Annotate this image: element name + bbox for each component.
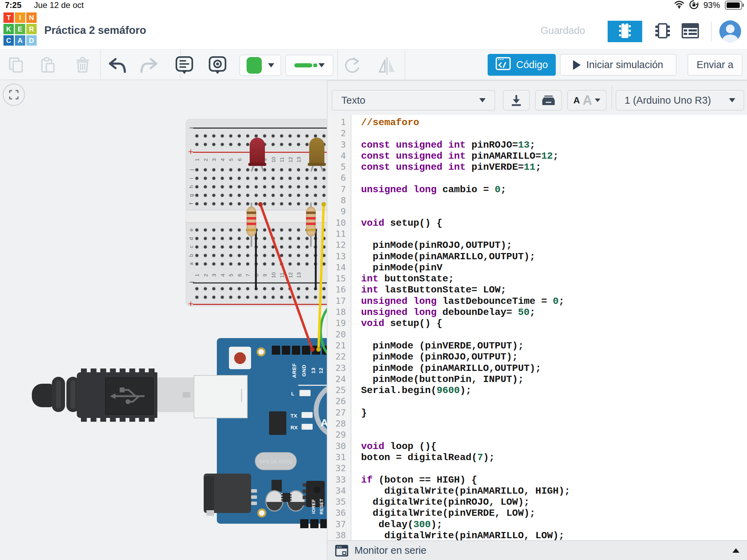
digital-pin-header[interactable] [272,346,331,355]
column-number: 5 [228,155,233,164]
code-line[interactable]: 6 [328,173,747,184]
resistor[interactable] [306,207,316,236]
column-number: 2 [203,155,208,164]
code-line[interactable]: 12 pinMode(pinROJO,OUTPUT); [328,240,747,251]
code-line[interactable]: 22 pinMode (pinROJO,OUTPUT); [328,352,747,363]
serial-monitor-icon [335,545,348,557]
color-dropdown[interactable] [239,55,281,76]
code-line[interactable]: 9 [328,206,747,217]
reset-button[interactable] [234,352,246,364]
code-line[interactable]: 17unsigned long lastDebounceTime = 0; [328,296,747,307]
code-line[interactable]: 27} [328,408,747,419]
components-view-button[interactable] [608,21,642,42]
code-line[interactable]: 26 [328,396,747,407]
code-line[interactable]: 14 pinMode(pinV [328,262,747,273]
code-line[interactable]: 16int lastButtonState= LOW; [328,284,747,296]
font-size-a-small: A [573,95,580,106]
code-line[interactable]: 33if (boton == HIGH) { [328,475,747,486]
code-line[interactable]: 3const unsigned int pinROJO=13; [328,140,747,151]
code-line[interactable]: 32 [328,463,747,474]
column-number: 13 [296,155,301,164]
notes-button[interactable] [175,56,194,75]
code-line[interactable]: 1//semaforo [328,117,747,128]
code-line[interactable]: 5const unsigned int pinVERDE=11; [328,162,747,173]
chip-vertical-icon [617,22,633,41]
delete-button[interactable] [73,55,92,75]
code-line[interactable]: 24 pinMode(buttonPin, INPUT); [328,374,747,385]
code-line[interactable]: 29 [328,430,747,441]
code-line[interactable]: 37 delay(300); [328,519,747,530]
save-status: Guardado [541,25,585,36]
column-number: 11 [279,155,284,164]
avatar[interactable] [719,20,741,42]
line-number: 7 [328,184,351,194]
code-line[interactable]: 18unsigned long debounDelay= 50; [328,307,747,318]
expand-monitor-icon[interactable] [732,548,739,553]
code-line[interactable]: 30void loop (){ [328,441,747,452]
code-line[interactable]: 11 [328,229,747,240]
mirror-button[interactable] [377,56,397,76]
led-l-label: L [291,391,294,396]
visibility-button[interactable] [208,56,227,75]
code-line[interactable]: 35 digitalWrite(pinROJO, LOW); [328,497,747,508]
code-button[interactable]: Código [488,54,556,76]
code-line[interactable]: 4const unsigned int pinAMARILLO=12; [328,151,747,162]
row-letter: j [188,165,194,174]
chip-outline-icon [654,22,672,41]
code-line[interactable]: 10void setup() { [328,218,747,229]
copy-button[interactable] [6,55,26,75]
fit-view-button[interactable] [3,84,25,106]
code-line[interactable]: 7unsigned long cambio = 0; [328,184,747,195]
code-line[interactable]: 38 digitalWrite(pinAMARILLO, LOW); [328,530,747,540]
board-select-dropdown[interactable]: 1 (Arduino Uno R3) [616,90,744,111]
usb-cable-end[interactable] [32,384,53,407]
smd-ic [281,493,292,502]
column-number: 10 [270,155,276,164]
usb-plug-body[interactable] [77,372,157,418]
code-line[interactable]: 34 digitalWrite(pinAMARILLO, HIGH); [328,486,747,497]
redo-button[interactable] [140,56,159,75]
row-letter: i [188,174,194,183]
led-red[interactable] [250,138,265,166]
rotate-button[interactable] [343,56,362,76]
column-number: 1 [194,271,200,280]
code-line[interactable]: 21 pinMode (pinVERDE,OUTPUT); [328,340,747,352]
code-line[interactable]: 28 [328,419,747,430]
edit-mode-dropdown[interactable]: Texto [332,90,495,111]
undo-button[interactable] [107,56,127,75]
pcb-view-button[interactable] [649,21,676,42]
wire-style-dropdown[interactable] [285,55,333,76]
code-line[interactable]: 23 pinMode (pinAMARILLO,OUTPUT); [328,363,747,374]
font-size-button[interactable]: A A [567,90,607,111]
line-number: 33 [328,475,351,485]
power-pin-header[interactable] [300,519,331,528]
list-view-button[interactable] [677,21,703,42]
color-swatch-green [247,57,262,74]
resistor[interactable] [247,207,256,236]
power-jack [204,474,251,513]
libraries-button[interactable] [535,90,562,111]
code-line[interactable]: 20 [328,329,747,340]
code-editor[interactable]: 1//semaforo23const unsigned int pinROJO=… [328,115,747,540]
logo-cell: A [15,35,25,46]
code-line[interactable]: 13 pinMode(pinAMARILLO,OUTPUT); [328,251,747,262]
code-line[interactable]: 19void setup() { [328,318,747,329]
code-line[interactable]: 31boton = digitalRead(7); [328,452,747,463]
table-icon [682,23,699,40]
code-line[interactable]: 36 digitalWrite(pinVERDE, LOW); [328,508,747,519]
code-line[interactable]: 2 [328,128,747,139]
code-button-label: Código [516,59,548,71]
arduino-uno-board[interactable]: L TX RX A SPK16.000G [217,338,331,524]
send-to-button[interactable]: Enviar a [688,54,743,76]
code-line[interactable]: 25Serial.begin(9600); [328,385,747,396]
paste-button[interactable] [38,55,57,75]
download-code-button[interactable] [503,90,530,111]
serial-monitor-bar[interactable]: Monitor en serie [328,540,747,560]
code-line[interactable]: 15int buttonState; [328,273,747,284]
start-simulation-button[interactable]: Iniciar simulación [560,54,676,76]
code-line[interactable]: 8 [328,195,747,206]
tinkercad-logo[interactable]: TINKERCAD [3,12,37,46]
line-number: 35 [328,497,351,507]
led-yellow[interactable] [309,138,324,166]
line-number: 14 [328,262,351,272]
